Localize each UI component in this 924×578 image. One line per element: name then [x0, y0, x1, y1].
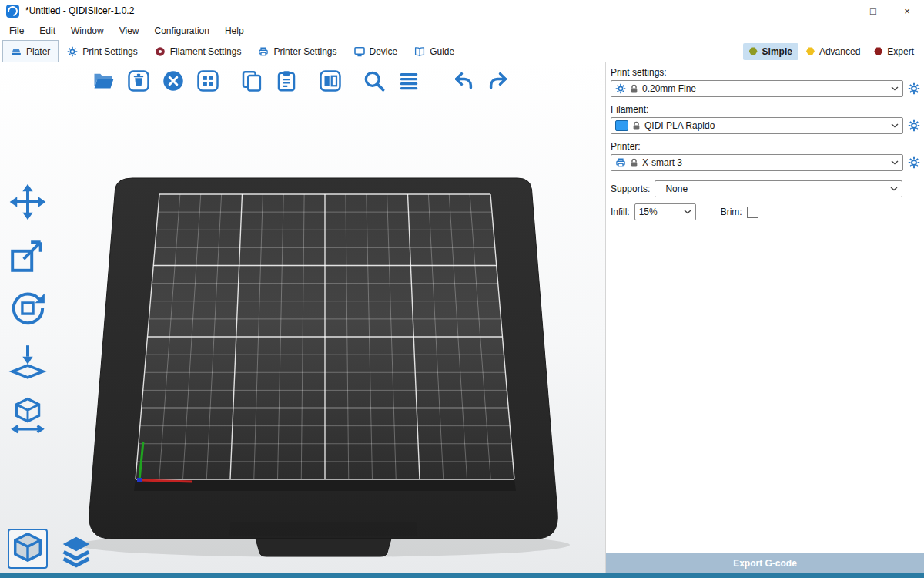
infill-combo[interactable]: 15% — [634, 203, 696, 220]
place-on-face-tool-icon[interactable] — [6, 341, 49, 381]
guide-book-icon — [414, 46, 425, 57]
mode-switcher: Simple Advanced Expert — [743, 43, 922, 60]
tab-plater-label: Plater — [26, 46, 50, 57]
tab-print-settings-label: Print Settings — [82, 46, 137, 57]
mode-expert-label: Expert — [887, 46, 914, 57]
cube-icon — [10, 531, 45, 566]
settings-panel: Print settings: 0.20mm Fine Filament: QI… — [605, 62, 924, 573]
undo-icon[interactable] — [449, 66, 478, 96]
tab-guide[interactable]: Guide — [406, 40, 463, 62]
3d-view-button[interactable] — [8, 529, 48, 569]
print-settings-combo[interactable]: 0.20mm Fine — [611, 80, 903, 97]
3d-viewport[interactable] — [0, 62, 605, 573]
menu-edit[interactable]: Edit — [32, 22, 63, 40]
brim-label: Brim: — [721, 207, 742, 217]
brim-checkbox[interactable] — [747, 207, 758, 218]
export-gcode-button[interactable]: Export G-code — [606, 553, 924, 573]
menu-view[interactable]: View — [112, 22, 147, 40]
chevron-down-icon — [890, 187, 898, 191]
redo-icon[interactable] — [484, 66, 513, 96]
tab-filament-settings[interactable]: Filament Settings — [146, 40, 250, 62]
tab-printer-settings[interactable]: Printer Settings — [249, 40, 345, 62]
supports-value: None — [659, 183, 688, 194]
scale-tool-icon[interactable] — [6, 235, 49, 275]
tab-plater[interactable]: Plater — [2, 40, 59, 63]
variable-layers-icon[interactable] — [394, 66, 424, 96]
viewport-toolbar — [89, 66, 513, 96]
mirror-tool-icon[interactable] — [6, 395, 49, 435]
split-objects-icon[interactable] — [316, 66, 345, 96]
close-button[interactable]: × — [890, 0, 924, 22]
printer-settings-icon — [258, 46, 269, 57]
delete-icon[interactable] — [124, 66, 153, 96]
menu-help[interactable]: Help — [217, 22, 252, 40]
edit-printer-button[interactable] — [907, 156, 921, 170]
tab-device-label: Device — [370, 46, 398, 57]
print-settings-gear-icon — [67, 46, 78, 57]
filament-label: Filament: — [611, 104, 921, 115]
filament-value: QIDI PLA Rapido — [644, 120, 715, 131]
edit-filament-button[interactable] — [907, 119, 921, 133]
print-bed[interactable] — [0, 62, 605, 573]
mode-simple[interactable]: Simple — [743, 43, 798, 60]
print-settings-label: Print settings: — [611, 67, 921, 78]
advanced-mode-icon — [806, 47, 815, 55]
expert-mode-icon — [874, 47, 882, 55]
tab-guide-label: Guide — [430, 46, 454, 57]
chevron-down-icon — [891, 160, 899, 165]
mode-expert[interactable]: Expert — [868, 43, 920, 60]
view-switch — [8, 529, 94, 569]
printer-label: Printer: — [611, 141, 921, 152]
app-logo-icon — [6, 5, 19, 18]
qidislicer-window: *Untitled - QIDISlicer-1.0.2 – □ × File … — [0, 0, 924, 578]
copy-icon[interactable] — [237, 66, 266, 96]
menu-bar: File Edit Window View Configuration Help — [0, 22, 924, 40]
minimize-button[interactable]: – — [822, 0, 856, 22]
device-monitor-icon — [354, 46, 365, 57]
main-area: Print settings: 0.20mm Fine Filament: QI… — [0, 62, 924, 573]
printer-combo[interactable]: X-smart 3 — [611, 154, 903, 171]
gear-icon — [908, 82, 920, 95]
filament-combo[interactable]: QIDI PLA Rapido — [611, 117, 903, 134]
lock-icon — [632, 121, 641, 131]
rotate-tool-icon[interactable] — [6, 288, 49, 328]
menu-configuration[interactable]: Configuration — [147, 22, 217, 40]
gear-icon — [615, 83, 626, 94]
lock-icon — [630, 158, 638, 168]
infill-value: 15% — [639, 207, 658, 217]
window-controls: – □ × — [822, 0, 924, 22]
chevron-down-icon — [684, 210, 691, 214]
open-file-icon[interactable] — [89, 66, 119, 96]
title-bar: *Untitled - QIDISlicer-1.0.2 – □ × — [0, 0, 924, 22]
delete-all-icon[interactable] — [159, 66, 188, 96]
filament-color-swatch — [615, 120, 628, 131]
mode-advanced-label: Advanced — [819, 46, 860, 57]
left-toolbar — [6, 182, 49, 435]
lock-icon — [630, 84, 638, 94]
plater-icon — [11, 46, 22, 57]
search-icon[interactable] — [360, 66, 389, 96]
tab-printer-settings-label: Printer Settings — [273, 46, 336, 57]
arrange-icon[interactable] — [193, 66, 223, 96]
filament-spool-icon — [155, 46, 166, 57]
maximize-button[interactable]: □ — [856, 0, 890, 22]
preview-layers-button[interactable] — [59, 533, 94, 569]
menu-window[interactable]: Window — [63, 22, 112, 40]
edit-print-settings-button[interactable] — [907, 82, 921, 96]
tab-print-settings[interactable]: Print Settings — [59, 40, 146, 62]
simple-mode-icon — [749, 47, 758, 55]
menu-file[interactable]: File — [2, 22, 32, 40]
tab-device[interactable]: Device — [346, 40, 407, 62]
bottom-accent-strip — [0, 573, 924, 578]
gear-icon — [908, 156, 920, 169]
print-settings-value: 0.20mm Fine — [642, 83, 696, 94]
printer-icon — [615, 157, 626, 168]
supports-combo[interactable]: None — [654, 180, 902, 197]
tab-filament-settings-label: Filament Settings — [170, 46, 242, 57]
paste-icon[interactable] — [272, 66, 301, 96]
printer-value: X-smart 3 — [642, 157, 682, 168]
move-tool-icon[interactable] — [6, 182, 49, 222]
mode-advanced[interactable]: Advanced — [800, 43, 866, 60]
infill-label: Infill: — [611, 207, 630, 217]
mode-simple-label: Simple — [762, 46, 792, 57]
